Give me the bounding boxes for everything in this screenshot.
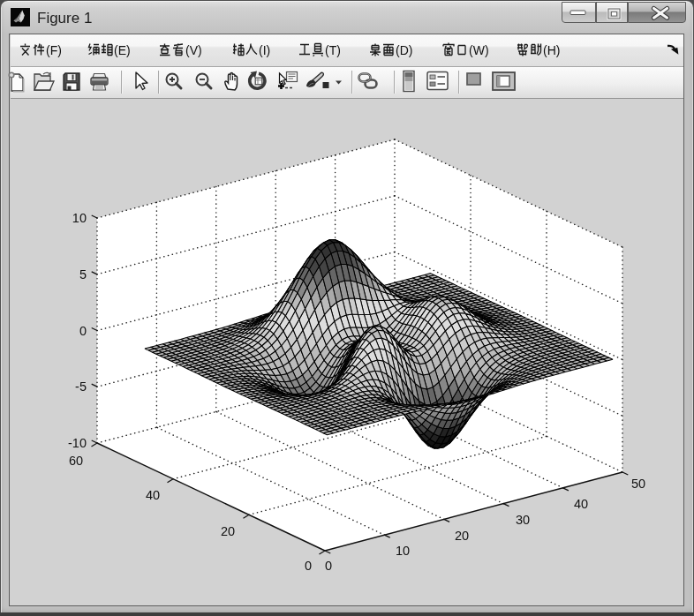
svg-text:20: 20 (455, 529, 469, 543)
svg-text:20: 20 (221, 524, 235, 538)
svg-text:50: 50 (631, 477, 645, 491)
svg-text:40: 40 (146, 488, 160, 502)
svg-text:0: 0 (305, 559, 312, 573)
svg-text:10: 10 (72, 211, 87, 225)
svg-text:60: 60 (69, 454, 83, 468)
svg-text:40: 40 (574, 497, 588, 511)
svg-text:10: 10 (396, 544, 410, 558)
svg-text:0: 0 (325, 559, 332, 573)
svg-text:30: 30 (516, 513, 530, 527)
svg-text:0: 0 (79, 324, 87, 338)
svg-text:5: 5 (79, 267, 87, 282)
svg-text:-10: -10 (68, 436, 87, 450)
svg-text:-5: -5 (75, 379, 87, 394)
